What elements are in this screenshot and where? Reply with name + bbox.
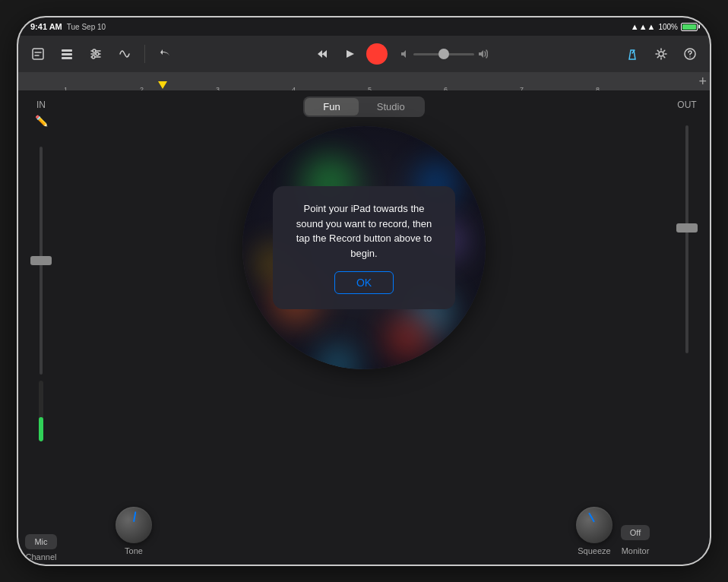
battery-fill (682, 24, 696, 30)
add-track-ruler-button[interactable]: + (698, 74, 707, 90)
svg-point-4 (93, 49, 96, 52)
status-right: ▲▲▲ 100% (631, 22, 698, 31)
dialog-box: Point your iPad towards the sound you wa… (273, 186, 455, 309)
ruler-mark-1: 1 (64, 86, 68, 90)
volume-track[interactable] (413, 53, 474, 55)
in-fader-thumb[interactable] (30, 256, 52, 265)
monitor-off-button[interactable]: Off (621, 525, 650, 540)
rewind-button[interactable] (310, 42, 334, 66)
center-panel: Fun Studio Point your iPad towards the s… (64, 90, 664, 565)
fader-container (18, 131, 64, 523)
sound-circle[interactable]: Point your iPad towards the sound you wa… (242, 126, 486, 369)
mixer-button[interactable] (84, 42, 108, 66)
dialog-overlay: Point your iPad towards the sound you wa… (242, 126, 486, 369)
right-panel: OUT (664, 90, 710, 565)
out-fader-thumb[interactable] (676, 223, 698, 232)
tone-label: Tone (125, 546, 143, 555)
svg-point-9 (689, 56, 691, 58)
in-label: IN (36, 100, 46, 110)
dialog-message: Point your iPad towards the sound you wa… (291, 201, 437, 261)
volume-thumb[interactable] (438, 49, 449, 59)
squeeze-knob-group: Squeeze (576, 507, 612, 555)
monitor-label: Monitor (622, 546, 650, 555)
ruler-mark-2: 2 (140, 86, 144, 90)
play-button[interactable] (337, 42, 362, 66)
ruler-mark-4: 4 (292, 86, 296, 90)
metronome-button[interactable] (620, 42, 644, 66)
volume-low-icon (400, 49, 410, 59)
mic-pencil-icon[interactable]: ✏️ (35, 115, 48, 127)
volume-slider[interactable] (400, 49, 488, 59)
svg-rect-0 (33, 49, 43, 59)
tone-indicator (133, 511, 136, 522)
level-fill (39, 417, 43, 441)
channel-label: Channel (25, 552, 56, 561)
bottom-row: Tone Squeeze Off Monitor (64, 507, 664, 565)
out-fader-track[interactable] (685, 125, 688, 353)
ruler-mark-5: 5 (368, 86, 372, 90)
status-bar: 9:41 AM Tue Sep 10 ▲▲▲ 100% (18, 17, 710, 36)
mic-channel-group: Mic Channel (25, 534, 56, 561)
ruler-mark-3: 3 (216, 86, 220, 90)
svg-point-7 (659, 52, 663, 56)
ruler-mark-7: 7 (520, 86, 524, 90)
tone-knob-group: Tone (116, 507, 152, 555)
squeeze-indicator (588, 512, 595, 522)
svg-point-6 (92, 55, 95, 59)
undo-button[interactable] (153, 42, 177, 66)
help-button[interactable] (678, 42, 702, 66)
studio-mode-button[interactable]: Studio (359, 98, 423, 115)
svg-rect-3 (62, 57, 72, 59)
left-panel: IN ✏️ Mic Channel (18, 90, 64, 565)
battery-icon (681, 23, 698, 31)
separator-1 (144, 45, 145, 63)
level-meter (39, 381, 43, 441)
new-track-button[interactable] (26, 42, 50, 66)
out-label: OUT (677, 100, 696, 110)
device-frame: 9:41 AM Tue Sep 10 ▲▲▲ 100% (18, 17, 710, 565)
ruler-mark-8: 8 (596, 86, 600, 90)
squeeze-knob[interactable] (576, 507, 612, 543)
ruler-mark-6: 6 (444, 86, 448, 90)
tone-knob[interactable] (116, 507, 152, 543)
svg-rect-2 (62, 53, 72, 55)
settings-button[interactable] (649, 42, 673, 66)
status-date: Tue Sep 10 (67, 23, 106, 31)
status-time: 9:41 AM (30, 22, 62, 31)
transport-group (310, 42, 389, 66)
mic-channel-button[interactable]: Mic (25, 534, 56, 549)
toolbar (18, 36, 710, 72)
dialog-ok-button[interactable]: OK (334, 271, 394, 294)
svg-rect-1 (62, 49, 72, 52)
ruler[interactable]: 1 2 3 4 5 6 7 8 + (18, 72, 710, 90)
squeeze-label: Squeeze (578, 546, 610, 555)
tracks-button[interactable] (55, 42, 79, 66)
wifi-icon: ▲▲▲ (631, 22, 656, 31)
in-fader-track[interactable] (40, 147, 43, 375)
fun-mode-button[interactable]: Fun (305, 98, 358, 115)
record-button[interactable] (365, 42, 389, 66)
playhead-triangle (158, 81, 167, 89)
eq-button[interactable] (112, 42, 137, 66)
volume-high-icon (477, 49, 488, 59)
record-dot (366, 43, 388, 65)
main-content: IN ✏️ Mic Channel Fun Studio (18, 90, 710, 565)
mode-toggle: Fun Studio (303, 96, 424, 117)
battery-percent: 100% (658, 23, 678, 31)
svg-point-5 (96, 52, 99, 55)
